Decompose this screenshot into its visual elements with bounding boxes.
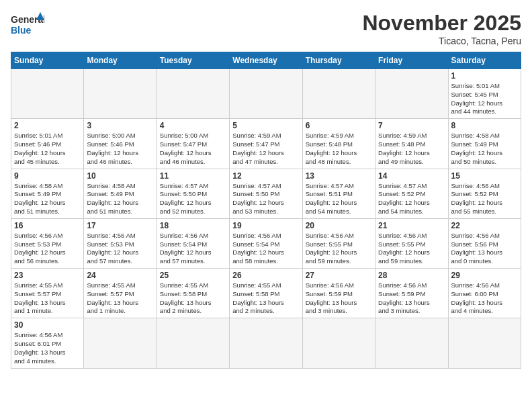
day-number: 28 (378, 271, 445, 280)
calendar-cell: 4Sunrise: 5:00 AM Sunset: 5:47 PM Daylig… (157, 119, 229, 169)
week-row-0: 1Sunrise: 5:01 AM Sunset: 5:45 PM Daylig… (11, 69, 521, 119)
calendar-cell: 14Sunrise: 4:57 AM Sunset: 5:52 PM Dayli… (375, 169, 448, 218)
calendar-cell: 27Sunrise: 4:56 AM Sunset: 5:59 PM Dayli… (302, 269, 375, 318)
day-info: Sunrise: 5:01 AM Sunset: 5:45 PM Dayligh… (451, 82, 518, 116)
week-row-4: 23Sunrise: 4:55 AM Sunset: 5:57 PM Dayli… (11, 269, 521, 318)
day-number: 1 (451, 71, 518, 81)
weekday-wednesday: Wednesday (230, 52, 302, 69)
calendar-cell: 2Sunrise: 5:01 AM Sunset: 5:46 PM Daylig… (11, 119, 84, 169)
calendar-cell: 28Sunrise: 4:56 AM Sunset: 5:59 PM Dayli… (375, 269, 448, 318)
calendar-cell: 9Sunrise: 4:58 AM Sunset: 5:49 PM Daylig… (11, 169, 84, 218)
day-info: Sunrise: 4:55 AM Sunset: 5:58 PM Dayligh… (232, 281, 299, 316)
day-number: 3 (87, 121, 153, 130)
day-info: Sunrise: 4:58 AM Sunset: 5:49 PM Dayligh… (87, 182, 153, 216)
day-number: 15 (451, 171, 518, 181)
calendar-cell: 1Sunrise: 5:01 AM Sunset: 5:45 PM Daylig… (448, 69, 521, 119)
calendar-cell: 6Sunrise: 4:59 AM Sunset: 5:48 PM Daylig… (302, 119, 375, 169)
calendar-cell: 7Sunrise: 4:59 AM Sunset: 5:48 PM Daylig… (375, 119, 448, 169)
day-number: 27 (306, 271, 372, 280)
calendar-cell: 24Sunrise: 4:55 AM Sunset: 5:57 PM Dayli… (84, 269, 157, 318)
day-number: 29 (451, 271, 518, 280)
calendar-cell: 11Sunrise: 4:57 AM Sunset: 5:50 PM Dayli… (157, 169, 229, 218)
week-row-5: 30Sunrise: 4:56 AM Sunset: 6:01 PM Dayli… (11, 318, 521, 368)
day-info: Sunrise: 4:56 AM Sunset: 5:55 PM Dayligh… (378, 232, 445, 266)
day-number: 8 (451, 121, 518, 130)
calendar-cell: 12Sunrise: 4:57 AM Sunset: 5:50 PM Dayli… (230, 169, 302, 218)
logo: General Blue (11, 11, 44, 40)
calendar-cell (84, 69, 157, 119)
day-info: Sunrise: 4:58 AM Sunset: 5:49 PM Dayligh… (14, 182, 81, 216)
calendar-cell (302, 318, 375, 368)
day-number: 10 (87, 171, 153, 181)
day-number: 14 (378, 171, 445, 181)
day-number: 2 (14, 121, 81, 130)
week-row-3: 16Sunrise: 4:56 AM Sunset: 5:53 PM Dayli… (11, 218, 521, 268)
day-number: 4 (160, 121, 226, 130)
calendar-cell (84, 318, 157, 368)
day-number: 11 (160, 171, 226, 181)
calendar-cell (11, 69, 84, 119)
day-info: Sunrise: 4:56 AM Sunset: 5:55 PM Dayligh… (306, 232, 372, 266)
day-number: 25 (160, 271, 226, 280)
calendar-cell: 15Sunrise: 4:56 AM Sunset: 5:52 PM Dayli… (448, 169, 521, 218)
day-number: 17 (87, 221, 153, 230)
weekday-thursday: Thursday (302, 52, 375, 69)
day-number: 12 (232, 171, 299, 181)
calendar-cell: 18Sunrise: 4:56 AM Sunset: 5:54 PM Dayli… (157, 218, 229, 268)
day-number: 24 (87, 271, 153, 280)
day-info: Sunrise: 4:56 AM Sunset: 6:00 PM Dayligh… (451, 281, 518, 316)
day-info: Sunrise: 4:55 AM Sunset: 5:58 PM Dayligh… (160, 281, 226, 316)
calendar-cell (302, 69, 375, 119)
day-number: 26 (232, 271, 299, 280)
logo-svg: General Blue (11, 11, 44, 40)
day-info: Sunrise: 4:56 AM Sunset: 5:53 PM Dayligh… (14, 232, 81, 266)
day-info: Sunrise: 4:57 AM Sunset: 5:51 PM Dayligh… (306, 182, 372, 216)
day-info: Sunrise: 4:56 AM Sunset: 5:53 PM Dayligh… (87, 232, 153, 266)
calendar-cell: 16Sunrise: 4:56 AM Sunset: 5:53 PM Dayli… (11, 218, 84, 268)
page-header: General Blue November 2025 Ticaco, Tacna… (11, 11, 521, 46)
day-info: Sunrise: 4:58 AM Sunset: 5:49 PM Dayligh… (451, 132, 518, 166)
week-row-1: 2Sunrise: 5:01 AM Sunset: 5:46 PM Daylig… (11, 119, 521, 169)
calendar-cell: 23Sunrise: 4:55 AM Sunset: 5:57 PM Dayli… (11, 269, 84, 318)
calendar-cell (157, 69, 229, 119)
day-info: Sunrise: 4:59 AM Sunset: 5:47 PM Dayligh… (232, 132, 299, 166)
weekday-monday: Monday (84, 52, 157, 69)
day-info: Sunrise: 4:57 AM Sunset: 5:52 PM Dayligh… (378, 182, 445, 216)
day-number: 5 (232, 121, 299, 130)
day-number: 20 (306, 221, 372, 230)
calendar-cell: 30Sunrise: 4:56 AM Sunset: 6:01 PM Dayli… (11, 318, 84, 368)
calendar-cell: 20Sunrise: 4:56 AM Sunset: 5:55 PM Dayli… (302, 218, 375, 268)
day-number: 21 (378, 221, 445, 230)
day-number: 19 (232, 221, 299, 230)
calendar-cell (375, 318, 448, 368)
calendar-cell: 22Sunrise: 4:56 AM Sunset: 5:56 PM Dayli… (448, 218, 521, 268)
calendar-cell: 25Sunrise: 4:55 AM Sunset: 5:58 PM Dayli… (157, 269, 229, 318)
week-row-2: 9Sunrise: 4:58 AM Sunset: 5:49 PM Daylig… (11, 169, 521, 218)
day-info: Sunrise: 4:55 AM Sunset: 5:57 PM Dayligh… (87, 281, 153, 316)
day-info: Sunrise: 4:59 AM Sunset: 5:48 PM Dayligh… (306, 132, 372, 166)
calendar-cell: 26Sunrise: 4:55 AM Sunset: 5:58 PM Dayli… (230, 269, 302, 318)
weekday-friday: Friday (375, 52, 448, 69)
weekday-tuesday: Tuesday (157, 52, 229, 69)
day-info: Sunrise: 4:56 AM Sunset: 5:54 PM Dayligh… (232, 232, 299, 266)
calendar-cell: 5Sunrise: 4:59 AM Sunset: 5:47 PM Daylig… (230, 119, 302, 169)
day-info: Sunrise: 5:00 AM Sunset: 5:47 PM Dayligh… (160, 132, 226, 166)
calendar-cell: 10Sunrise: 4:58 AM Sunset: 5:49 PM Dayli… (84, 169, 157, 218)
calendar-cell (375, 69, 448, 119)
calendar-cell: 17Sunrise: 4:56 AM Sunset: 5:53 PM Dayli… (84, 218, 157, 268)
day-info: Sunrise: 4:56 AM Sunset: 5:59 PM Dayligh… (306, 281, 372, 316)
calendar-cell (157, 318, 229, 368)
calendar-cell: 13Sunrise: 4:57 AM Sunset: 5:51 PM Dayli… (302, 169, 375, 218)
calendar-cell: 8Sunrise: 4:58 AM Sunset: 5:49 PM Daylig… (448, 119, 521, 169)
day-info: Sunrise: 5:01 AM Sunset: 5:46 PM Dayligh… (14, 132, 81, 166)
day-info: Sunrise: 5:00 AM Sunset: 5:46 PM Dayligh… (87, 132, 153, 166)
day-number: 7 (378, 121, 445, 130)
day-info: Sunrise: 4:57 AM Sunset: 5:50 PM Dayligh… (232, 182, 299, 216)
day-number: 22 (451, 221, 518, 230)
day-info: Sunrise: 4:56 AM Sunset: 6:01 PM Dayligh… (14, 331, 81, 365)
day-number: 9 (14, 171, 81, 181)
day-info: Sunrise: 4:56 AM Sunset: 5:54 PM Dayligh… (160, 232, 226, 266)
title-block: November 2025 Ticaco, Tacna, Peru (362, 11, 521, 46)
weekday-header-row: SundayMondayTuesdayWednesdayThursdayFrid… (11, 52, 521, 69)
day-info: Sunrise: 4:56 AM Sunset: 5:59 PM Dayligh… (378, 281, 445, 316)
